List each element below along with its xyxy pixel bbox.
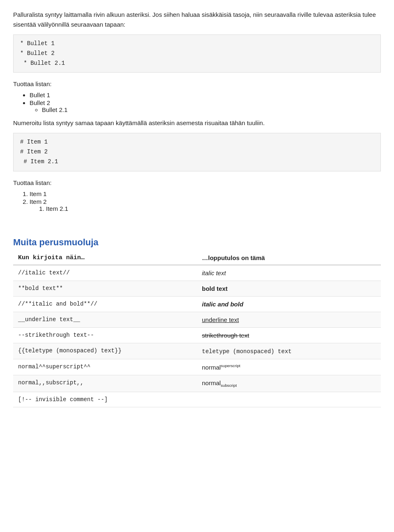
table-cell-input: --strikethrough text-- [13,327,197,343]
table-cell-output: strikethrough text [197,327,381,343]
table-cell-output: bold text [197,281,381,296]
table-row: **bold text** bold text [13,281,381,296]
teletype-output: teletype (monospaced) text [202,348,291,355]
underline-output: underline text [202,316,239,323]
table-cell-input: [!-- invisible comment --] [13,392,197,407]
italic-bold-output: italic and bold [202,301,243,308]
table-cell-output: normalsubscript [197,375,381,392]
superscript-output: superscript [221,363,241,368]
italic-output: italic text [202,269,226,276]
table-cell-input: **bold text** [13,281,197,296]
table-cell-input: normal^^superscript^^ [13,359,197,375]
list-item: Bullet 2 Bullet 2.1 [30,99,381,113]
table-row: __underline text__ underline text [13,312,381,327]
table-row: normal^^superscript^^ normalsuperscript [13,359,381,375]
table-row: normal,,subscript,, normalsubscript [13,375,381,392]
table-cell-input: //italic text// [13,265,197,281]
table-row: --strikethrough text-- strikethrough tex… [13,327,381,343]
list-item: Bullet 2.1 [42,106,381,113]
table-cell-input: {{teletype (monospaced) text}} [13,343,197,359]
table-cell-output: normalsuperscript [197,359,381,375]
table-cell-output: underline text [197,312,381,327]
list-item: Item 1 [30,190,381,197]
list-item: Item 2.1 [46,205,381,212]
intro-paragraph: Palluralista syntyy laittamalla rivin al… [13,10,381,30]
table-header-input: Kun kirjoita näin… [13,251,197,265]
nested-numbered-list: Item 2.1 [46,205,381,212]
numbered-intro-paragraph: Numeroitu lista syntyy samaa tapaan käyt… [13,118,381,128]
bullet-code-block: * Bullet 1 * Bullet 2 * Bullet 2.1 [13,34,381,73]
table-row: {{teletype (monospaced) text}} teletype … [13,343,381,359]
formatting-table: Kun kirjoita näin… …lopputulos on tämä /… [13,251,381,407]
table-row: [!-- invisible comment --] [13,392,381,407]
nested-bullet-list: Bullet 2.1 [42,106,381,113]
table-row: //italic text// italic text [13,265,381,281]
strikethrough-output: strikethrough text [202,332,249,339]
muita-heading: Muita perusmuoluja [13,237,381,248]
table-cell-output [197,392,381,407]
table-cell-input: __underline text__ [13,312,197,327]
table-cell-output: italic text [197,265,381,281]
table-header-output: …lopputulos on tämä [197,251,381,265]
list-item: Item 2 Item 2.1 [30,198,381,212]
numbered-code-block: # Item 1 # Item 2 # Item 2.1 [13,133,381,171]
tuottaa-label-1: Tuottaa listan: [13,79,381,89]
numbered-list: Item 1 Item 2 Item 2.1 [30,190,381,212]
list-item: Bullet 1 [30,91,381,98]
bullet-list: Bullet 1 Bullet 2 Bullet 2.1 [30,91,381,113]
table-cell-output: italic and bold [197,296,381,312]
subscript-output: subscript [221,383,237,388]
tuottaa-label-2: Tuottaa listan: [13,178,381,188]
bold-output: bold text [202,285,228,292]
table-row: //**italic and bold**// italic and bold [13,296,381,312]
table-cell-input: //**italic and bold**// [13,296,197,312]
table-cell-output: teletype (monospaced) text [197,343,381,359]
table-cell-input: normal,,subscript,, [13,375,197,392]
